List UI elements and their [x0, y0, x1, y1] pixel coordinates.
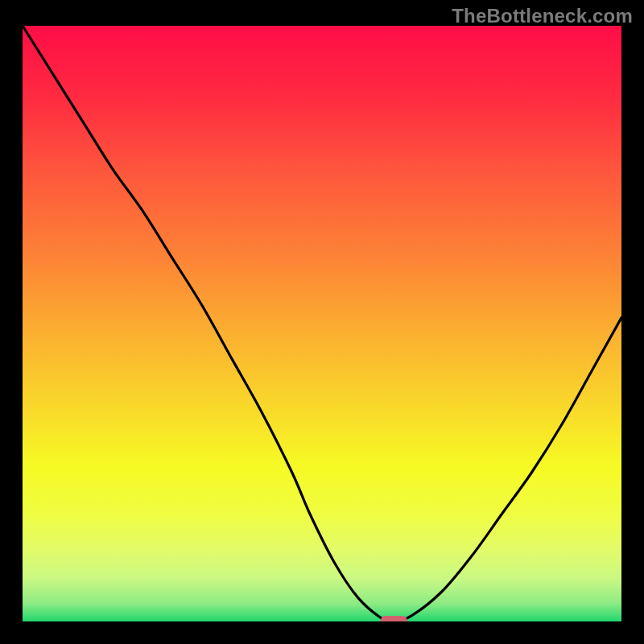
- watermark-text: TheBottleneck.com: [452, 5, 633, 27]
- minimum-marker: [381, 616, 407, 621]
- bottleneck-curve: [23, 26, 621, 621]
- plot-area: [23, 26, 621, 621]
- chart-frame: TheBottleneck.com: [0, 0, 644, 644]
